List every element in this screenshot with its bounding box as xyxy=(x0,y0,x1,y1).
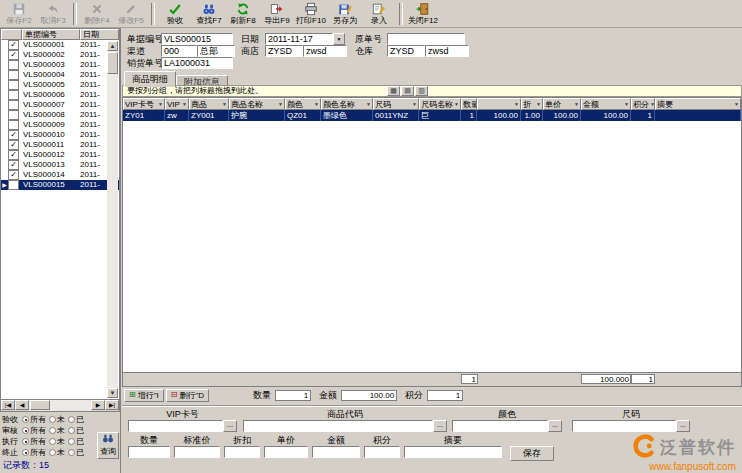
col-vip[interactable]: VIP▼ xyxy=(165,98,189,110)
save-as-button[interactable]: 另存为 xyxy=(328,1,362,26)
cell-color-name[interactable]: 墨绿色 xyxy=(321,110,373,121)
export-button[interactable]: 导出F9 xyxy=(260,1,294,26)
vip-card-input[interactable] xyxy=(128,420,223,432)
warehouse-name-input[interactable] xyxy=(425,45,469,57)
channel-code-input[interactable] xyxy=(161,45,197,57)
row-checkbox[interactable] xyxy=(8,100,19,110)
price-input[interactable] xyxy=(264,446,308,458)
document-list-row[interactable]: VLS000008 2011- xyxy=(1,110,119,120)
refresh-button[interactable]: 刷新F8 xyxy=(226,1,260,26)
document-list-row[interactable]: ✓ VLS000001 2011- xyxy=(1,40,119,50)
filter-option-done[interactable]: 已 xyxy=(68,436,84,447)
col-memo[interactable]: 摘要▼ xyxy=(655,98,741,110)
color-input[interactable] xyxy=(452,420,548,432)
column-header-date[interactable]: 日期 xyxy=(80,29,119,40)
column-header-doc-no[interactable]: 单据编号 xyxy=(22,29,80,40)
filter-dropdown-icon[interactable]: ▼ xyxy=(222,100,227,109)
store-name-input[interactable] xyxy=(303,45,347,57)
filter-dropdown-icon[interactable]: ▼ xyxy=(278,100,283,109)
filter-dropdown-icon[interactable]: ▼ xyxy=(314,100,319,109)
document-list-row[interactable]: ▶ ✓ VLS000015 2011- xyxy=(1,180,119,190)
radio-icon[interactable] xyxy=(68,449,75,456)
radio-icon[interactable] xyxy=(22,438,29,445)
doc-no-input[interactable] xyxy=(161,33,233,45)
filter-option-all[interactable]: 所有 xyxy=(22,447,46,458)
horizontal-scrollbar[interactable] xyxy=(29,400,91,411)
filter-option-done[interactable]: 已 xyxy=(68,414,84,425)
row-checkbox[interactable]: ✓ xyxy=(8,50,19,60)
col-amount[interactable]: 金额▼ xyxy=(581,98,631,110)
col-product[interactable]: 商品▼ xyxy=(189,98,229,110)
grid-row-selected[interactable]: ZY01 zw ZY001 护腕 QZ01 墨绿色 0011YNZ 巨 1 10… xyxy=(123,110,741,121)
radio-icon[interactable] xyxy=(22,427,29,434)
filter-option-not-done[interactable]: 未 xyxy=(49,447,65,458)
filter-option-not-done[interactable]: 未 xyxy=(49,425,65,436)
row-checkbox[interactable]: ✓ xyxy=(8,170,19,180)
print-button[interactable]: 打印F10 xyxy=(294,1,328,26)
col-color[interactable]: 颜色▼ xyxy=(285,98,321,110)
row-checkbox[interactable] xyxy=(8,80,19,90)
document-list-row[interactable]: VLS000007 2011- xyxy=(1,100,119,110)
radio-icon[interactable] xyxy=(68,427,75,434)
cell-discount[interactable]: 1.00 xyxy=(521,110,543,121)
query-button[interactable]: 查询 xyxy=(97,432,119,459)
nav-last-icon[interactable]: ▶| xyxy=(105,400,119,410)
sales-no-input[interactable] xyxy=(161,57,233,69)
radio-icon[interactable] xyxy=(49,438,56,445)
row-checkbox[interactable]: ✓ xyxy=(8,160,19,170)
radio-icon[interactable] xyxy=(22,449,29,456)
cell-size[interactable]: 0011YNZ xyxy=(373,110,419,121)
document-list-row[interactable]: ✓ VLS000012 2011- xyxy=(1,150,119,160)
filter-dropdown-icon[interactable]: ▼ xyxy=(574,100,579,109)
cell-vip-card[interactable]: ZY01 xyxy=(123,110,165,121)
filter-dropdown-icon[interactable]: ▼ xyxy=(366,100,371,109)
col-price[interactable]: 单价▼ xyxy=(543,98,581,110)
row-checkbox[interactable] xyxy=(8,110,19,120)
color-browse-button[interactable]: ... xyxy=(548,420,562,432)
scroll-down-icon[interactable]: ▼ xyxy=(107,388,118,398)
row-checkbox[interactable] xyxy=(8,60,19,70)
filter-option-all[interactable]: 所有 xyxy=(22,436,46,447)
col-size-name[interactable]: 尺码名称▼ xyxy=(419,98,461,110)
row-checkbox[interactable]: ✓ xyxy=(8,40,19,50)
col-vip-card[interactable]: VIP卡号▼ xyxy=(123,98,165,110)
document-list-row[interactable]: ✓ VLS000011 2011- xyxy=(1,140,119,150)
entry-button[interactable]: 录入 xyxy=(362,1,396,26)
row-checkbox[interactable]: ✓ xyxy=(8,150,19,160)
line-save-button[interactable]: 保存 xyxy=(510,446,554,461)
dropdown-arrow-icon[interactable]: ▼ xyxy=(333,33,345,45)
filter-dropdown-icon[interactable]: ▼ xyxy=(454,100,459,109)
scrollbar-thumb[interactable] xyxy=(30,400,50,410)
row-checkbox[interactable] xyxy=(8,120,19,130)
product-code-browse-button[interactable]: ... xyxy=(433,420,447,432)
close-button[interactable]: 关闭F12 xyxy=(406,1,440,26)
product-code-input[interactable] xyxy=(243,420,433,432)
cell-amount[interactable]: 100.00 xyxy=(581,110,631,121)
filter-dropdown-icon[interactable]: ▼ xyxy=(412,100,417,109)
document-list-row[interactable]: VLS000009 2011- xyxy=(1,120,119,130)
cell-product-name[interactable]: 护腕 xyxy=(229,110,285,121)
document-list-row[interactable]: VLS000003 2011- xyxy=(1,60,119,70)
grid-view-icon[interactable]: ▦ xyxy=(387,86,400,96)
memo-input[interactable] xyxy=(404,446,502,458)
cell-color[interactable]: QZ01 xyxy=(285,110,321,121)
radio-icon[interactable] xyxy=(68,416,75,423)
delete-button[interactable]: 删除F4 xyxy=(80,1,114,26)
document-list-row[interactable]: VLS000004 2011- xyxy=(1,70,119,80)
radio-icon[interactable] xyxy=(49,427,56,434)
points-input[interactable] xyxy=(364,446,400,458)
delete-row-button[interactable]: ⊟ 删行"D xyxy=(166,389,209,402)
document-list-row[interactable]: ✓ VLS000013 2011- xyxy=(1,160,119,170)
document-list-row[interactable]: VLS000005 2011- xyxy=(1,80,119,90)
accept-button[interactable]: 验收 xyxy=(158,1,192,26)
col-quantity[interactable]: 数量▼ xyxy=(461,98,477,110)
col-std-price[interactable]: ▼ xyxy=(477,98,521,110)
amount-input[interactable] xyxy=(312,446,360,458)
filter-option-done[interactable]: 已 xyxy=(68,447,84,458)
filter-dropdown-icon[interactable]: ▼ xyxy=(158,100,163,109)
store-code-input[interactable] xyxy=(265,45,303,57)
filter-option-all[interactable]: 所有 xyxy=(22,414,46,425)
row-checkbox[interactable]: ✓ xyxy=(8,180,19,190)
row-checkbox[interactable] xyxy=(8,90,19,100)
filter-option-all[interactable]: 所有 xyxy=(22,425,46,436)
